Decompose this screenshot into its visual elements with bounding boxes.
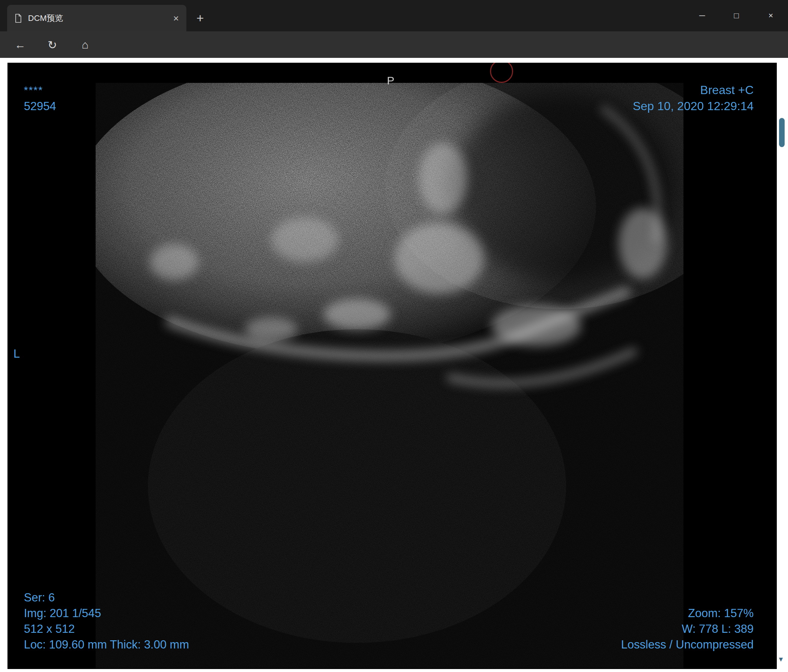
window-controls: ─ □ × [685, 0, 788, 32]
patient-info-overlay: **** 52954 [24, 82, 56, 114]
maximize-button[interactable]: □ [719, 0, 754, 32]
dicom-image [95, 83, 683, 668]
dicom-viewer[interactable]: **** 52954 P L Breast +C Sep 10, 2020 12… [8, 63, 777, 669]
study-info-overlay: Breast +C Sep 10, 2020 12:29:14 [632, 82, 754, 114]
navigation-bar: ← ↻ ⌂ https://file.kkview.cn/onlinePrevi… [0, 32, 788, 58]
new-tab-button[interactable]: + [191, 9, 209, 27]
image-matrix: 512 x 512 [24, 621, 189, 637]
series-info-overlay: Ser: 6 Img: 201 1/545 512 x 512 Loc: 109… [24, 590, 189, 653]
patient-name: **** [24, 82, 56, 98]
study-description: Breast +C [632, 82, 754, 98]
compression-info: Lossless / Uncompressed [621, 637, 754, 653]
image-number: Img: 201 1/545 [24, 605, 189, 621]
title-bar: DCM预览 × + ─ □ × [0, 0, 788, 32]
window-level: W: 778 L: 389 [621, 621, 754, 637]
zoom-level: Zoom: 157% [621, 605, 754, 621]
series-number: Ser: 6 [24, 590, 189, 605]
tab-title: DCM预览 [28, 13, 167, 24]
study-datetime: Sep 10, 2020 12:29:14 [632, 98, 754, 114]
browser-tab[interactable]: DCM预览 × [7, 5, 186, 32]
display-info-overlay: Zoom: 157% W: 778 L: 389 Lossless / Unco… [621, 605, 754, 653]
patient-id: 52954 [24, 98, 56, 114]
back-button[interactable]: ← [10, 34, 31, 55]
tab-close-icon[interactable]: × [173, 13, 179, 23]
slice-location: Loc: 109.60 mm Thick: 3.00 mm [24, 637, 189, 653]
scrollbar-down-arrow[interactable]: ▼ [778, 656, 784, 663]
refresh-button[interactable]: ↻ [42, 34, 63, 55]
scrollbar-thumb[interactable] [779, 118, 785, 147]
home-button[interactable]: ⌂ [75, 34, 95, 55]
orientation-marker-posterior: P [387, 73, 394, 89]
document-icon [14, 14, 22, 23]
minimize-button[interactable]: ─ [685, 0, 719, 32]
page-content: **** 52954 P L Breast +C Sep 10, 2020 12… [0, 58, 788, 672]
annotation-circle [490, 63, 513, 83]
close-button[interactable]: × [754, 0, 788, 32]
orientation-marker-left: L [13, 346, 20, 362]
